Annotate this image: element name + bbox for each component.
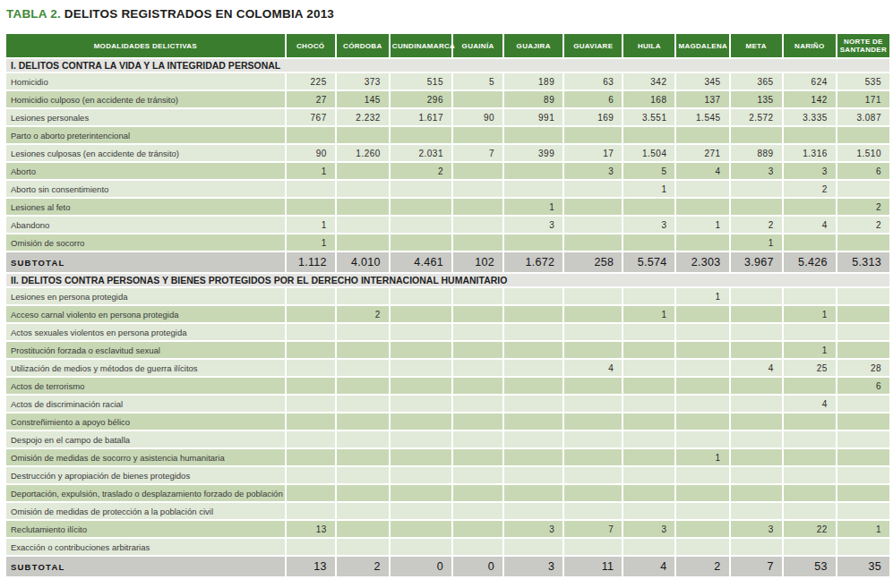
value-cell: 168	[623, 91, 674, 107]
value-cell	[731, 306, 782, 322]
value-cell	[564, 413, 622, 430]
row-label: Acceso carnal violento en persona proteg…	[6, 306, 285, 322]
subtotal-value-cell: 3.967	[731, 252, 782, 272]
value-cell	[837, 306, 889, 322]
table-row-constrenimiento-a-apoyo-belico: Constreñimiento a apoyo bélico	[6, 413, 889, 430]
value-cell: 90	[453, 109, 502, 125]
value-cell	[337, 467, 389, 483]
row-label: Omisión de medidas de socorro y asistenc…	[6, 449, 285, 465]
value-cell: 2	[837, 217, 889, 233]
value-cell	[623, 449, 674, 465]
subtotal-value-cell: 7	[731, 557, 782, 576]
value-cell	[391, 539, 451, 555]
value-cell	[676, 413, 728, 430]
value-cell	[731, 181, 782, 197]
value-cell: 1	[784, 306, 836, 322]
section-header-row: I. DELITOS CONTRA LA VIDA Y LA INTEGRIDA…	[6, 59, 889, 72]
value-cell	[453, 342, 502, 358]
row-label: Constreñimiento a apoyo bélico	[6, 413, 285, 430]
value-cell	[564, 306, 622, 322]
value-cell	[504, 342, 562, 358]
value-cell	[287, 360, 335, 376]
value-cell: 515	[391, 73, 451, 89]
value-cell	[504, 288, 562, 304]
value-cell	[731, 539, 782, 555]
subtotal-value-cell: 1.112	[287, 252, 335, 272]
value-cell	[837, 342, 889, 358]
value-cell	[784, 539, 836, 555]
value-cell	[837, 413, 889, 430]
value-cell	[391, 503, 451, 519]
value-cell	[784, 288, 836, 304]
header-row: MODALIDADES DELICTIVASCHOCÓCÓRDOBACUNDIN…	[6, 34, 889, 57]
value-cell	[784, 234, 836, 251]
value-cell	[623, 413, 674, 430]
value-cell	[453, 503, 502, 519]
value-cell	[287, 503, 335, 519]
table-header: MODALIDADES DELICTIVASCHOCÓCÓRDOBACUNDIN…	[6, 34, 889, 57]
table-row-reclutamiento-ilicito: Reclutamiento ilícito133733221	[6, 521, 889, 537]
value-cell: 3	[784, 163, 836, 179]
value-cell	[504, 396, 562, 412]
value-cell: 2	[837, 199, 889, 215]
value-cell	[287, 288, 335, 304]
value-cell	[287, 127, 335, 143]
value-cell	[564, 449, 622, 465]
value-cell: 1	[287, 234, 335, 251]
value-cell: 2	[337, 306, 389, 322]
value-cell	[837, 539, 889, 555]
column-header-magdalena: MAGDALENA	[676, 34, 728, 57]
value-cell	[504, 306, 562, 322]
section-header-2: II. DELITOS CONTRA PERSONAS Y BIENES PRO…	[6, 274, 889, 286]
value-cell	[337, 199, 389, 215]
crime-statistics-table: MODALIDADES DELICTIVASCHOCÓCÓRDOBACUNDIN…	[4, 32, 891, 578]
value-cell: 1	[623, 306, 674, 322]
value-cell	[676, 539, 728, 555]
value-cell	[623, 199, 674, 215]
value-cell	[623, 503, 674, 519]
value-cell	[676, 378, 728, 394]
value-cell	[337, 431, 389, 447]
value-cell: 90	[287, 145, 335, 161]
value-cell	[837, 467, 889, 483]
value-cell: 3	[564, 163, 622, 179]
column-header-huila: HUILA	[623, 34, 674, 57]
value-cell	[504, 163, 562, 179]
table-number-label: TABLA 2.	[6, 7, 61, 21]
value-cell	[391, 413, 451, 430]
value-cell: 2.232	[337, 109, 389, 125]
row-label: Reclutamiento ilícito	[6, 521, 285, 537]
table-row-omision-de-socorro: Omisión de socorro11	[6, 234, 889, 251]
row-label: Deportación, expulsión, traslado o despl…	[6, 485, 285, 501]
section-header-1: I. DELITOS CONTRA LA VIDA Y LA INTEGRIDA…	[6, 59, 889, 72]
value-cell	[453, 413, 502, 430]
page-title: TABLA 2. DELITOS REGISTRADOS EN COLOMBIA…	[6, 7, 893, 21]
value-cell	[453, 324, 502, 340]
subtotal-value-cell: 13	[287, 557, 335, 576]
value-cell: 1.260	[337, 145, 389, 161]
column-header-guaviare: GUAVIARE	[564, 34, 622, 57]
row-label: Homicidio	[6, 73, 285, 89]
value-cell	[337, 181, 389, 197]
value-cell	[564, 199, 622, 215]
value-cell: 535	[837, 73, 889, 89]
value-cell	[391, 467, 451, 483]
value-cell: 1	[623, 181, 674, 197]
value-cell	[287, 342, 335, 358]
value-cell	[337, 234, 389, 251]
value-cell	[623, 288, 674, 304]
value-cell	[391, 449, 451, 465]
value-cell	[504, 360, 562, 376]
subtotal-value-cell: 35	[837, 557, 889, 576]
value-cell	[731, 413, 782, 430]
value-cell	[453, 431, 502, 447]
subtotal-value-cell: 0	[391, 557, 451, 576]
section-header-row: II. DELITOS CONTRA PERSONAS Y BIENES PRO…	[6, 274, 889, 286]
subtotal-value-cell: 4.010	[337, 252, 389, 272]
subtotal-value-cell: 53	[784, 557, 836, 576]
value-cell	[837, 396, 889, 412]
value-cell	[337, 485, 389, 501]
value-cell	[337, 342, 389, 358]
value-cell	[784, 467, 836, 483]
subtotal-row-section-2: SUBTOTAL132003114275335	[6, 557, 889, 576]
